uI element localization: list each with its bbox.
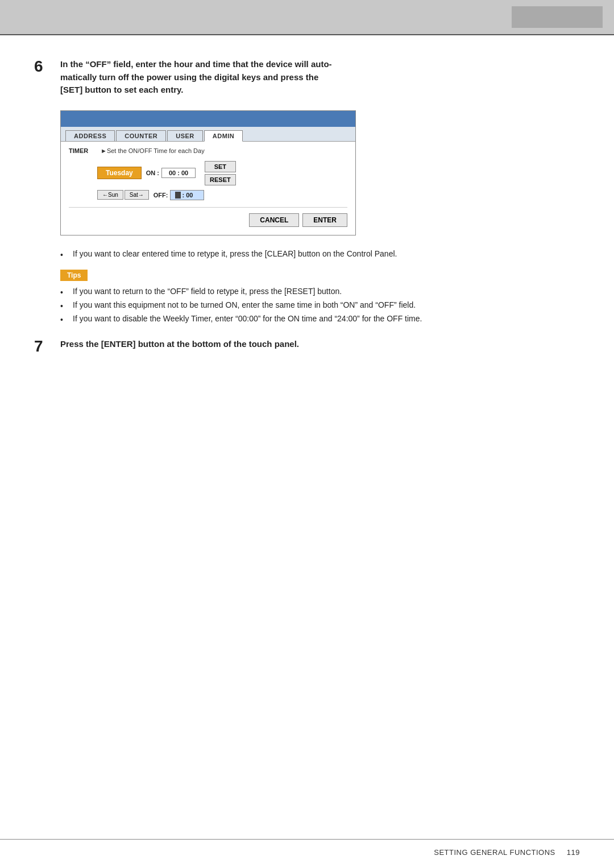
enter-button[interactable]: ENTER	[302, 213, 347, 227]
timer-row: TIMER ►Set the ON/OFF Time for each Day	[69, 147, 347, 154]
footer: SETTING GENERAL FUNCTIONS 119	[0, 848, 614, 857]
nav-buttons: ←Sun Sat→	[97, 190, 149, 200]
tab-user[interactable]: USER	[167, 130, 203, 141]
footer-label: SETTING GENERAL FUNCTIONS	[434, 848, 555, 857]
tab-address[interactable]: ADDRESS	[65, 130, 115, 141]
bullet-text-1: If you want to clear entered time to ret…	[73, 249, 397, 258]
tips-text-2: If you want this equipment not to be tur…	[73, 300, 416, 309]
off-time-display[interactable]: : 00	[170, 190, 204, 200]
day-button[interactable]: Tuesday	[97, 167, 142, 179]
cancel-button[interactable]: CANCEL	[249, 213, 299, 227]
step6-text: In the “OFF” field, enter the hour and t…	[60, 58, 332, 97]
step7-block: 7 Press the [ENTER] button at the bottom…	[34, 338, 580, 356]
off-label: OFF:	[154, 192, 168, 199]
panel-tabs: ADDRESS COUNTER USER ADMIN	[61, 127, 355, 142]
panel-body: TIMER ►Set the ON/OFF Time for each Day …	[61, 142, 355, 235]
tips-item-2: • If you want this equipment not to be t…	[60, 300, 580, 311]
cursor-indicator	[175, 192, 181, 199]
footer-page: 119	[567, 848, 580, 857]
panel-header	[61, 111, 355, 127]
tips-text-3: If you want to disable the Weekly Timer,…	[73, 314, 422, 323]
tips-list: • If you want to return to the “OFF” fie…	[60, 287, 580, 324]
bullet-section: • If you want to clear entered time to r…	[60, 249, 580, 259]
reset-button[interactable]: RESET	[205, 174, 236, 185]
tab-admin[interactable]: ADMIN	[204, 130, 243, 142]
footer-text: SETTING GENERAL FUNCTIONS 119	[434, 848, 580, 857]
tab-counter[interactable]: COUNTER	[116, 130, 166, 141]
bullet-dot-1: •	[60, 250, 69, 259]
timer-label: TIMER	[69, 147, 96, 154]
step7-number: 7	[34, 338, 55, 356]
set-button[interactable]: SET	[205, 161, 236, 172]
on-time-display[interactable]: 00 : 00	[161, 168, 196, 178]
tips-label: Tips	[60, 270, 88, 281]
on-field: ON : 00 : 00	[146, 168, 196, 178]
tips-dot-1: •	[60, 288, 69, 297]
bullet-item-1: • If you want to clear entered time to r…	[60, 249, 580, 259]
top-bar	[0, 0, 614, 34]
action-row: CANCEL ENTER	[69, 207, 347, 227]
timer-desc: ►Set the ON/OFF Time for each Day	[101, 147, 205, 154]
tips-dot-2: •	[60, 301, 69, 311]
main-content: 6 In the “OFF” field, enter the hour and…	[0, 35, 614, 395]
step6-number: 6	[34, 58, 55, 76]
step7-text: Press the [ENTER] button at the bottom o…	[60, 338, 299, 351]
on-label: ON :	[146, 170, 159, 176]
off-time-value: : 00	[182, 192, 193, 199]
tips-item-1: • If you want to return to the “OFF” fie…	[60, 287, 580, 297]
ui-panel: ADDRESS COUNTER USER ADMIN TIMER ►Set th…	[60, 110, 356, 235]
nav-right-button[interactable]: Sat→	[125, 190, 149, 200]
tips-dot-3: •	[60, 315, 69, 324]
off-field: OFF: : 00	[154, 190, 205, 200]
top-bar-rect	[512, 6, 603, 28]
step6-block: 6 In the “OFF” field, enter the hour and…	[34, 58, 580, 97]
set-reset-group: SET RESET	[205, 161, 236, 185]
nav-left-button[interactable]: ←Sun	[97, 190, 123, 200]
tips-text-1: If you want to return to the “OFF” field…	[73, 287, 342, 296]
tips-item-3: • If you want to disable the Weekly Time…	[60, 314, 580, 324]
footer-divider	[0, 839, 614, 840]
